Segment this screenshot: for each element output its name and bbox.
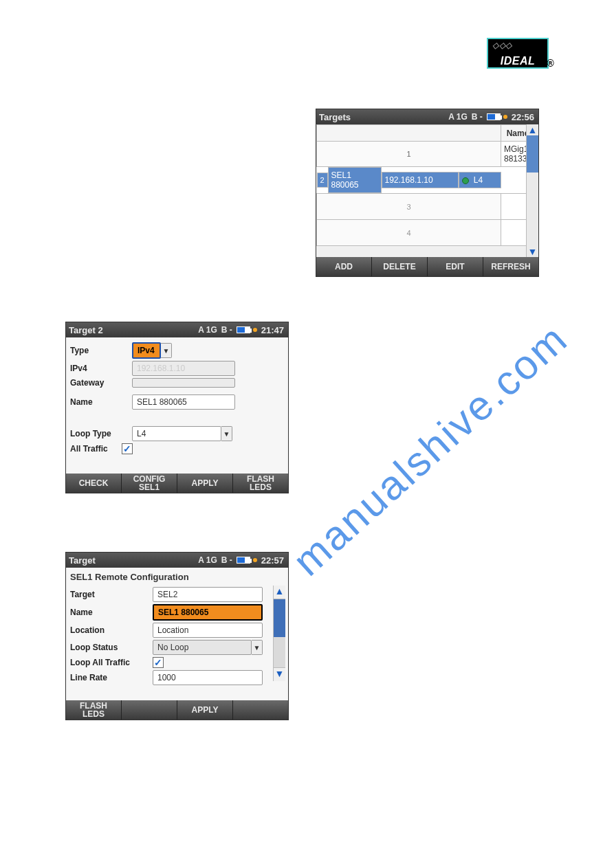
- row-name: [501, 220, 527, 246]
- status-dot-icon: [253, 558, 257, 562]
- titlebar: Target A 1G B - 22:57: [66, 553, 288, 568]
- add-button[interactable]: ADD: [316, 257, 372, 276]
- status-ok-icon: [462, 177, 469, 184]
- table-row[interactable]: 1 MGig1 881338 192.168.1.20 S-L4: [317, 142, 527, 167]
- link-b-indicator: B -: [221, 325, 232, 335]
- table-row[interactable]: 4 - -: [317, 220, 527, 246]
- row-name: SEL1 880065: [328, 167, 382, 193]
- battery-icon: [237, 326, 250, 333]
- row-status: L4: [459, 172, 501, 188]
- screen-title: Target: [69, 555, 96, 566]
- loop-status-select[interactable]: No Loop ▼: [153, 640, 263, 655]
- row-address: 192.168.1.10: [382, 172, 459, 188]
- ideal-logo: ◇◇◇ IDEAL ®: [487, 38, 549, 69]
- scroll-up-icon[interactable]: ▲: [274, 586, 285, 599]
- table-header-row: Name Address Status: [317, 125, 527, 142]
- ipv4-input[interactable]: 192.168.1.10: [132, 361, 235, 376]
- softkey-empty: [122, 700, 177, 720]
- targets-table: Name Address Status 1 MGig1 881338 192.1…: [316, 124, 526, 246]
- location-label: Location: [70, 625, 153, 635]
- link-b-indicator: B -: [472, 112, 483, 122]
- all-traffic-checkbox[interactable]: ✓: [122, 443, 133, 454]
- flash-leds-button[interactable]: FLASHLEDS: [233, 474, 288, 493]
- loop-type-select[interactable]: L4 ▼: [132, 426, 232, 441]
- name-label: Name: [70, 397, 132, 407]
- table-row[interactable]: 3 - -: [317, 194, 527, 220]
- softkey-bar: ADD DELETE EDIT REFRESH: [316, 257, 538, 276]
- remote-config-screen: Target A 1G B - 22:57 SEL1 Remote Config…: [65, 552, 289, 720]
- gateway-label: Gateway: [70, 378, 132, 388]
- softkey-empty: [233, 700, 288, 720]
- loop-all-checkbox[interactable]: ✓: [153, 657, 164, 668]
- flash-leds-button[interactable]: FLASHLEDS: [66, 700, 122, 720]
- delete-button[interactable]: DELETE: [372, 257, 428, 276]
- dropdown-icon[interactable]: ▼: [161, 343, 172, 358]
- row-num: 4: [317, 220, 501, 246]
- softkey-bar: CHECK CONFIGSEL1 APPLY FLASHLEDS: [66, 474, 288, 493]
- battery-icon: [237, 557, 250, 564]
- watermark-text: manualshive.com: [284, 315, 578, 586]
- screen-title: Targets: [319, 112, 351, 122]
- logo-text: IDEAL: [501, 55, 536, 67]
- target-input[interactable]: SEL2: [153, 587, 263, 602]
- refresh-button[interactable]: REFRESH: [483, 257, 538, 276]
- link-a-indicator: A 1G: [198, 555, 217, 565]
- type-label: Type: [70, 346, 132, 355]
- dropdown-icon[interactable]: ▼: [221, 426, 232, 441]
- scroll-up-icon[interactable]: ▲: [527, 124, 538, 135]
- dropdown-icon[interactable]: ▼: [252, 640, 263, 655]
- scrollbar[interactable]: ▲ ▼: [273, 586, 285, 681]
- all-traffic-label: All Traffic: [70, 444, 122, 454]
- titlebar: Targets A 1G B - 22:56: [316, 109, 538, 124]
- check-button[interactable]: CHECK: [66, 474, 122, 493]
- scroll-down-icon[interactable]: ▼: [527, 246, 538, 257]
- link-a-indicator: A 1G: [448, 112, 468, 122]
- battery-icon: [487, 113, 501, 120]
- config-sel1-button[interactable]: CONFIGSEL1: [122, 474, 177, 493]
- apply-button[interactable]: APPLY: [177, 700, 233, 720]
- config-header: SEL1 Remote Configuration: [70, 570, 270, 585]
- scroll-down-icon[interactable]: ▼: [274, 667, 285, 681]
- gateway-input[interactable]: [132, 378, 235, 388]
- row-name: [501, 194, 527, 220]
- type-select[interactable]: IPv4 ▼: [132, 342, 172, 359]
- line-rate-label: Line Rate: [70, 673, 153, 682]
- target-label: Target: [70, 590, 153, 599]
- scroll-thumb[interactable]: [274, 599, 285, 637]
- targets-list-screen: Targets A 1G B - 22:56 Name Address Stat…: [316, 109, 539, 277]
- name-label: Name: [70, 608, 153, 617]
- apply-button[interactable]: APPLY: [177, 474, 233, 493]
- status-dot-icon: [503, 115, 507, 119]
- location-input[interactable]: Location: [153, 623, 263, 638]
- row-num: 3: [317, 194, 501, 220]
- loop-all-label: Loop All Traffic: [70, 658, 153, 667]
- row-num: 2: [317, 173, 328, 188]
- name-input[interactable]: SEL1 880065: [153, 604, 263, 621]
- titlebar: Target 2 A 1G B - 21:47: [66, 322, 288, 337]
- softkey-bar: FLASHLEDS APPLY: [66, 700, 288, 720]
- clock: 21:47: [261, 325, 284, 335]
- line-rate-input[interactable]: 1000: [153, 670, 263, 685]
- clock: 22:57: [261, 555, 284, 566]
- link-a-indicator: A 1G: [198, 325, 217, 335]
- target-edit-screen: Target 2 A 1G B - 21:47 Type IPv4 ▼ IPv4…: [65, 322, 289, 493]
- link-b-indicator: B -: [221, 555, 232, 565]
- ipv4-label: IPv4: [70, 364, 132, 373]
- row-name: MGig1 881338: [501, 142, 527, 167]
- loop-status-label: Loop Status: [70, 643, 153, 652]
- logo-gears-icon: ◇◇◇: [492, 41, 512, 50]
- clock: 22:56: [512, 112, 534, 122]
- scrollbar[interactable]: ▲ ▼: [526, 124, 538, 257]
- edit-button[interactable]: EDIT: [428, 257, 483, 276]
- logo-reg-dot: ®: [547, 58, 554, 69]
- status-dot-icon: [253, 328, 257, 332]
- table-row[interactable]: 2 SEL1 880065 192.168.1.10 L4: [317, 167, 501, 193]
- col-name: Name: [501, 125, 527, 142]
- loop-type-label: Loop Type: [70, 429, 132, 438]
- row-num: 1: [317, 142, 501, 167]
- screen-title: Target 2: [69, 325, 103, 335]
- name-input[interactable]: SEL1 880065: [132, 394, 235, 410]
